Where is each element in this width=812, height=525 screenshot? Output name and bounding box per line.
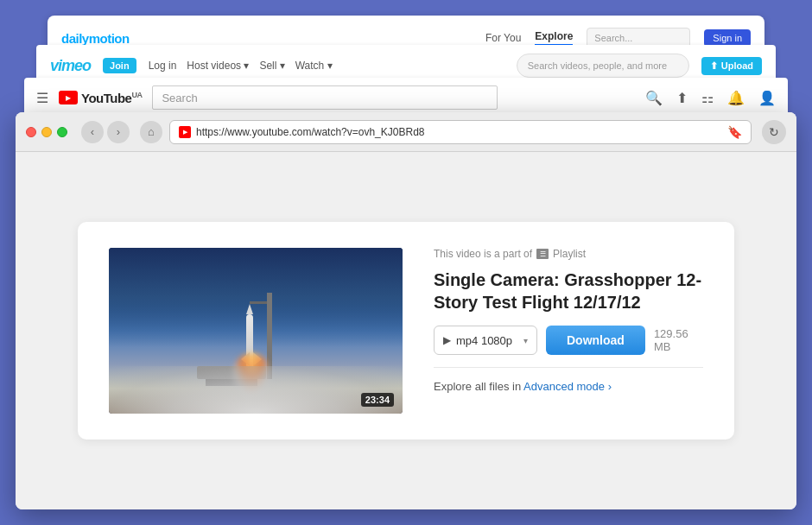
playlist-text: This video is a part of [434, 248, 532, 260]
playlist-label: This video is a part of Playlist [434, 248, 703, 260]
smoke-cloud [109, 366, 403, 414]
chevron-down-icon: ▾ [523, 336, 528, 345]
playlist-icon [536, 249, 549, 259]
format-icon: ▶ [443, 334, 451, 346]
advanced-mode-link: Explore all files in Advanced mode › [434, 380, 703, 393]
vimeo-join-button[interactable]: Join [103, 58, 136, 73]
close-button[interactable] [26, 127, 36, 137]
vimeo-login: Log in [149, 60, 177, 72]
video-scene [109, 248, 403, 414]
browser-content: 23:34 This video is a part of Playlist S… [16, 152, 796, 509]
upload-icon[interactable]: ⬆ [676, 90, 688, 106]
vimeo-search[interactable]: Search videos, people, and more [517, 54, 689, 78]
dailymotion-logo: dailymotion [61, 31, 130, 46]
reload-button[interactable]: ↻ [762, 120, 786, 144]
rocket-nose [246, 304, 253, 314]
video-thumbnail: 23:34 [109, 248, 403, 414]
browser-chrome: ‹ › ⌂ https://www.youtube.com/watch?v=ov… [16, 112, 796, 152]
home-button[interactable]: ⌂ [140, 121, 162, 143]
youtube-logo: YouTubeUA [59, 91, 142, 105]
advanced-link-label: Advanced mode [523, 380, 605, 393]
youtube-icons: 🔍 ⬆ ⚏ 🔔 👤 [645, 90, 776, 106]
file-size: 129.56 MB [654, 327, 703, 353]
vimeo-host: Host videos ▾ [187, 60, 249, 72]
sky [109, 248, 403, 347]
youtube-logo-text: YouTubeUA [81, 91, 142, 105]
search-icon[interactable]: 🔍 [645, 90, 663, 106]
vimeo-sell: Sell ▾ [259, 60, 284, 72]
advanced-mode-anchor[interactable]: Advanced mode › [523, 380, 612, 393]
advanced-text: Explore all files in [434, 380, 521, 393]
video-info: This video is a part of Playlist Single … [434, 248, 703, 393]
back-button[interactable]: ‹ [81, 121, 104, 143]
format-select[interactable]: ▶ mp4 1080p ▾ [434, 326, 537, 355]
apps-icon[interactable]: ⚏ [701, 90, 714, 106]
address-bar[interactable]: https://www.youtube.com/watch?v=ovh_KJ0B… [169, 120, 752, 144]
site-favicon [179, 126, 191, 138]
youtube-ua: UA [131, 91, 142, 99]
dm-signin: Sign in [704, 29, 751, 47]
playlist-word: Playlist [553, 248, 586, 260]
hamburger-icon: ☰ [36, 90, 48, 106]
dm-nav-foryou: For You [485, 32, 521, 44]
vimeo-upload-button[interactable]: ⬆ Upload [701, 57, 762, 75]
video-title: Single Camera: Grasshopper 12-Story Test… [434, 269, 703, 313]
youtube-search-placeholder: Search [162, 92, 197, 104]
vimeo-watch: Watch ▾ [295, 60, 333, 72]
vimeo-nav: Log in Host videos ▾ Sell ▾ Watch ▾ [149, 60, 333, 72]
divider [434, 367, 703, 368]
advanced-arrow-icon: › [608, 380, 612, 393]
format-label: mp4 1080p [456, 334, 512, 347]
forward-button[interactable]: › [107, 121, 130, 143]
vimeo-upload-label: Upload [721, 60, 753, 71]
url-text: https://www.youtube.com/watch?v=ovh_KJ0B… [196, 126, 722, 138]
main-browser-window: ‹ › ⌂ https://www.youtube.com/watch?v=ov… [16, 112, 796, 509]
vimeo-logo: vimeo [50, 57, 91, 75]
youtube-logo-icon [59, 91, 78, 104]
download-card: 23:34 This video is a part of Playlist S… [78, 222, 734, 440]
traffic-lights [26, 127, 67, 137]
video-duration: 23:34 [361, 393, 394, 407]
maximize-button[interactable] [57, 127, 67, 137]
bell-icon[interactable]: 🔔 [727, 90, 745, 106]
download-button[interactable]: Download [546, 326, 645, 355]
upload-icon: ⬆ [710, 60, 718, 72]
youtube-search-input[interactable]: Search [152, 85, 498, 110]
user-icon[interactable]: 👤 [758, 90, 776, 106]
bookmark-icon[interactable]: 🔖 [727, 125, 742, 139]
minimize-button[interactable] [41, 127, 52, 137]
nav-arrows: ‹ › [81, 121, 130, 143]
dm-nav-explore: Explore [535, 30, 573, 46]
download-controls: ▶ mp4 1080p ▾ Download 129.56 MB [434, 326, 703, 355]
